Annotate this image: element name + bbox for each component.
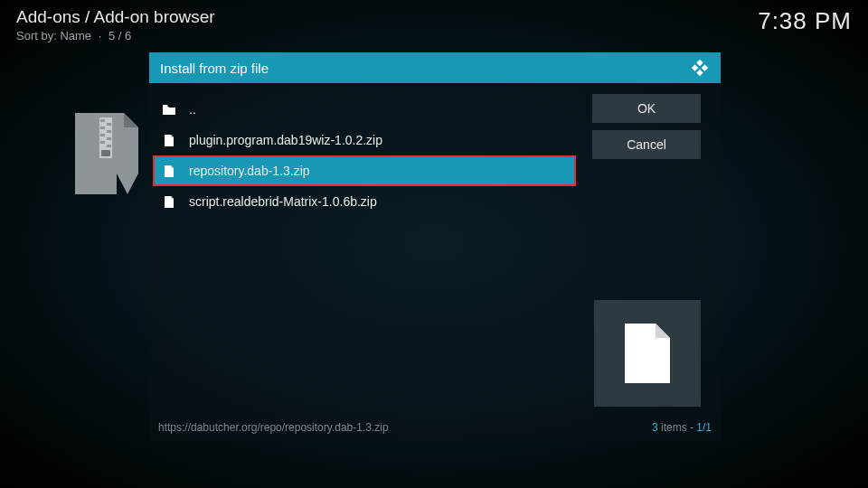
dialog-title: Install from zip file	[160, 61, 269, 76]
svg-rect-8	[107, 145, 111, 147]
file-row[interactable]: script.realdebrid-Matrix-1.0.6b.zip	[153, 186, 576, 217]
zip-background-icon	[71, 108, 143, 199]
file-preview-icon	[619, 320, 675, 387]
file-icon	[162, 195, 176, 209]
footer-count: 3 items - 1/1	[652, 421, 712, 434]
svg-rect-2	[107, 123, 111, 126]
file-name: repository.dab-1.3.zip	[189, 164, 310, 178]
svg-rect-7	[100, 141, 105, 144]
file-row[interactable]: plugin.program.dab19wiz-1.0.2.zip	[153, 125, 576, 155]
file-name: script.realdebrid-Matrix-1.0.6b.zip	[189, 194, 377, 209]
svg-rect-5	[100, 134, 105, 136]
file-icon	[162, 134, 176, 147]
file-row[interactable]: ..	[153, 94, 576, 125]
folder-icon	[162, 103, 176, 116]
install-zip-dialog: Install from zip file ..plugin.program.d…	[149, 52, 721, 441]
sort-sep: ·	[99, 29, 102, 42]
kodi-logo-icon	[690, 58, 710, 78]
dialog-header: Install from zip file	[149, 52, 721, 83]
file-name: plugin.program.dab19wiz-1.0.2.zip	[189, 133, 382, 147]
clock: 7:38 PM	[758, 7, 852, 35]
footer-path: https://dabutcher.org/repo/repository.da…	[158, 421, 389, 434]
file-name: ..	[189, 102, 196, 117]
svg-rect-3	[100, 127, 105, 129]
file-row[interactable]: repository.dab-1.3.zip	[153, 155, 576, 186]
file-icon	[162, 164, 176, 178]
svg-rect-4	[107, 130, 111, 133]
cancel-button[interactable]: Cancel	[592, 130, 701, 159]
file-preview	[594, 300, 701, 407]
svg-rect-1	[100, 119, 105, 122]
svg-rect-6	[107, 137, 111, 140]
sort-position: 5 / 6	[108, 29, 131, 42]
dialog-footer: https://dabutcher.org/repo/repository.da…	[149, 414, 721, 441]
sort-label: Sort by: Name	[16, 29, 91, 42]
breadcrumb: Add-ons / Add-on browser	[16, 7, 215, 27]
ok-button[interactable]: OK	[592, 94, 701, 123]
svg-rect-9	[101, 150, 110, 156]
sort-line: Sort by: Name · 5 / 6	[16, 29, 215, 42]
file-list[interactable]: ..plugin.program.dab19wiz-1.0.2.ziprepos…	[153, 94, 576, 414]
